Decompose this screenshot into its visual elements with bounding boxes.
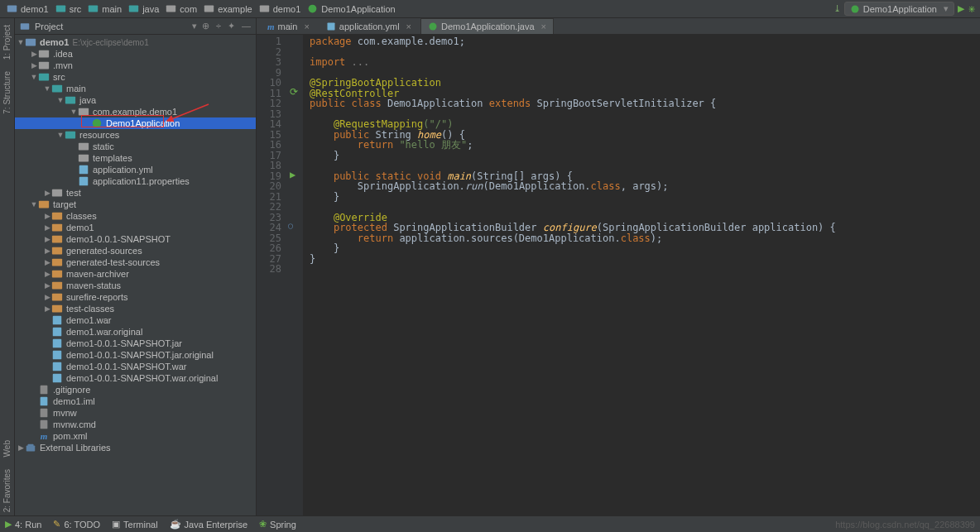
svg-rect-28 — [52, 247, 62, 255]
svg-point-8 — [851, 5, 858, 12]
tool-web[interactable]: Web — [2, 437, 12, 460]
svg-rect-11 — [39, 50, 49, 58]
svg-rect-32 — [52, 294, 62, 301]
svg-rect-43 — [41, 420, 48, 429]
tab-app[interactable]: Demo1Application.java× — [420, 18, 554, 34]
svg-rect-19 — [79, 143, 89, 151]
svg-rect-29 — [52, 259, 62, 266]
svg-rect-37 — [53, 351, 62, 360]
svg-point-48 — [430, 23, 437, 31]
svg-rect-44 — [26, 445, 36, 451]
project-header: Project ▾ ⊕ ÷ ✦ — — [15, 18, 256, 35]
svg-rect-34 — [53, 316, 62, 325]
project-tree[interactable]: ▼demo1E:\xjc-eclipse\demo1 ▶.idea ▶.mvn … — [15, 35, 256, 515]
crumb-project[interactable]: demo1 — [3, 3, 52, 14]
hide-icon[interactable]: — — [242, 21, 251, 31]
svg-rect-1 — [55, 5, 65, 12]
svg-rect-23 — [52, 189, 62, 197]
svg-rect-3 — [129, 5, 138, 12]
svg-rect-45 — [28, 444, 34, 447]
tool-terminal[interactable]: ▣Terminal — [112, 519, 158, 530]
tool-java-enterprise[interactable]: ☕Java Enterprise — [170, 519, 247, 530]
tool-structure[interactable]: 7: Structure — [2, 68, 12, 117]
svg-rect-24 — [39, 201, 49, 208]
scroll-icon[interactable]: ÷ — [216, 21, 221, 31]
build-icon[interactable]: ⤓ — [833, 3, 841, 14]
breadcrumb-bar: demo1 src main java com example demo1 De… — [0, 0, 980, 18]
debug-icon[interactable]: ⛯ — [968, 4, 977, 14]
svg-rect-21 — [79, 165, 89, 175]
svg-point-17 — [93, 119, 102, 128]
project-icon — [20, 22, 30, 31]
left-tool-rail: 1: Project 7: Structure Web 2: Favorites — [0, 18, 15, 515]
svg-rect-12 — [39, 62, 49, 69]
svg-rect-39 — [53, 374, 62, 383]
tool-favorites[interactable]: 2: Favorites — [2, 466, 12, 515]
svg-rect-30 — [52, 271, 62, 278]
run-config-combo[interactable]: Demo1Application▾ — [844, 2, 954, 16]
svg-rect-6 — [260, 5, 269, 12]
tool-project[interactable]: 1: Project — [2, 22, 12, 63]
svg-rect-2 — [89, 5, 98, 12]
code-editor[interactable]: 1239101112131415161718192021222324252627… — [257, 35, 980, 515]
crumb-app[interactable]: Demo1Application — [304, 3, 398, 14]
crumb-src[interactable]: src — [52, 3, 85, 14]
project-title: Project — [35, 22, 187, 31]
tab-main[interactable]: mmain× — [260, 18, 317, 34]
svg-rect-16 — [79, 108, 89, 116]
svg-rect-9 — [21, 23, 30, 30]
svg-rect-25 — [52, 213, 62, 220]
tool-run[interactable]: ▶4: Run — [5, 519, 41, 530]
svg-rect-22 — [79, 177, 89, 186]
crumb-com[interactable]: com — [162, 3, 200, 14]
svg-rect-36 — [53, 339, 62, 348]
svg-rect-41 — [41, 397, 48, 406]
close-icon[interactable]: × — [406, 22, 411, 31]
svg-rect-33 — [52, 305, 62, 313]
crumb-example[interactable]: example — [200, 3, 256, 14]
crumb-main[interactable]: main — [84, 3, 125, 14]
tool-spring[interactable]: ❀Spring — [259, 519, 296, 530]
svg-rect-35 — [53, 328, 62, 337]
tab-yml[interactable]: application.yml× — [319, 18, 419, 34]
code-body[interactable]: package package com.example.demo1;com.ex… — [303, 35, 980, 515]
svg-rect-13 — [39, 74, 49, 81]
close-icon[interactable]: × — [304, 22, 309, 31]
svg-rect-31 — [52, 282, 62, 290]
editor-tabs: mmain× application.yml× Demo1Application… — [257, 18, 980, 35]
svg-rect-26 — [52, 224, 62, 232]
editor-area: mmain× application.yml× Demo1Application… — [257, 18, 980, 515]
svg-rect-20 — [79, 155, 89, 162]
crumb-java[interactable]: java — [125, 3, 162, 14]
svg-rect-18 — [65, 132, 75, 139]
gutter-marks: ⟳ ▶ ○ — [286, 35, 303, 515]
collapse-icon[interactable]: ⊕ — [202, 21, 209, 31]
run-icon[interactable]: ▶ — [958, 3, 964, 14]
crumb-demo1[interactable]: demo1 — [256, 3, 305, 14]
bottom-toolbar: ▶4: Run ✎6: TODO ▣Terminal ☕Java Enterpr… — [0, 515, 980, 532]
line-gutter: 1239101112131415161718192021222324252627… — [257, 35, 286, 515]
tree-item-demo1application: Demo1Application — [15, 117, 256, 129]
svg-rect-38 — [53, 362, 62, 371]
svg-rect-10 — [26, 39, 36, 46]
svg-rect-47 — [327, 23, 334, 31]
close-icon[interactable]: × — [541, 22, 546, 31]
svg-rect-15 — [65, 97, 75, 104]
watermark: https://blog.csdn.net/qq_22688399 — [835, 520, 975, 530]
svg-rect-0 — [7, 5, 17, 12]
svg-rect-14 — [52, 85, 62, 93]
svg-rect-42 — [41, 409, 48, 418]
svg-rect-40 — [41, 386, 48, 395]
svg-point-7 — [309, 5, 317, 13]
svg-rect-5 — [204, 5, 214, 12]
svg-rect-4 — [166, 5, 175, 12]
gear-icon[interactable]: ✦ — [228, 21, 235, 31]
tool-todo[interactable]: ✎6: TODO — [53, 519, 100, 530]
project-panel: Project ▾ ⊕ ÷ ✦ — ▼demo1E:\xjc-eclipse\d… — [15, 18, 257, 515]
svg-rect-27 — [52, 236, 62, 243]
